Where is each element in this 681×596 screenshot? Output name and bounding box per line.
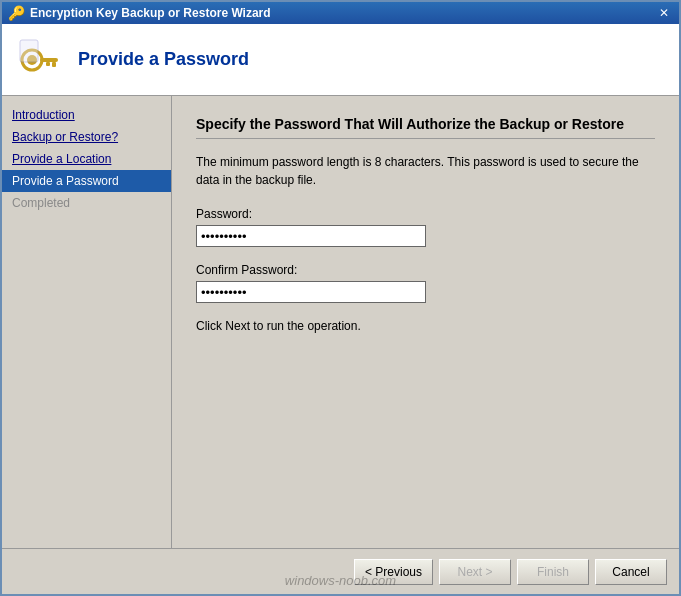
section-title: Specify the Password That Will Authorize…	[196, 116, 655, 139]
finish-button[interactable]: Finish	[517, 559, 589, 585]
header-icon	[16, 36, 64, 84]
cancel-button[interactable]: Cancel	[595, 559, 667, 585]
title-bar-controls: ✕	[655, 4, 673, 22]
svg-rect-2	[40, 58, 58, 62]
body-area: Introduction Backup or Restore? Provide …	[2, 96, 679, 548]
confirm-password-field-group: Confirm Password:	[196, 263, 655, 303]
confirm-password-label: Confirm Password:	[196, 263, 655, 277]
sidebar-item-introduction[interactable]: Introduction	[2, 104, 171, 126]
svg-rect-3	[52, 62, 56, 67]
footer: < Previous Next > Finish Cancel	[2, 548, 679, 594]
wizard-window: 🔑 Encryption Key Backup or Restore Wizar…	[0, 0, 681, 596]
click-next-text: Click Next to run the operation.	[196, 319, 655, 333]
confirm-password-input[interactable]	[196, 281, 426, 303]
main-content: Specify the Password That Will Authorize…	[172, 96, 679, 548]
title-bar-label: Encryption Key Backup or Restore Wizard	[30, 6, 271, 20]
sidebar-item-provide-location[interactable]: Provide a Location	[2, 148, 171, 170]
previous-button[interactable]: < Previous	[354, 559, 433, 585]
title-bar: 🔑 Encryption Key Backup or Restore Wizar…	[2, 2, 679, 24]
password-label: Password:	[196, 207, 655, 221]
next-button[interactable]: Next >	[439, 559, 511, 585]
password-input[interactable]	[196, 225, 426, 247]
description-text: The minimum password length is 8 charact…	[196, 153, 655, 189]
sidebar-item-completed: Completed	[2, 192, 171, 214]
svg-rect-4	[46, 62, 50, 66]
title-bar-icon: 🔑	[8, 5, 24, 21]
header-area: Provide a Password	[2, 24, 679, 96]
close-button[interactable]: ✕	[655, 4, 673, 22]
title-bar-text: 🔑 Encryption Key Backup or Restore Wizar…	[8, 5, 271, 21]
header-title: Provide a Password	[78, 49, 249, 70]
password-field-group: Password:	[196, 207, 655, 247]
sidebar-item-backup-restore[interactable]: Backup or Restore?	[2, 126, 171, 148]
sidebar: Introduction Backup or Restore? Provide …	[2, 96, 172, 548]
svg-rect-5	[20, 40, 38, 62]
sidebar-item-provide-password: Provide a Password	[2, 170, 171, 192]
